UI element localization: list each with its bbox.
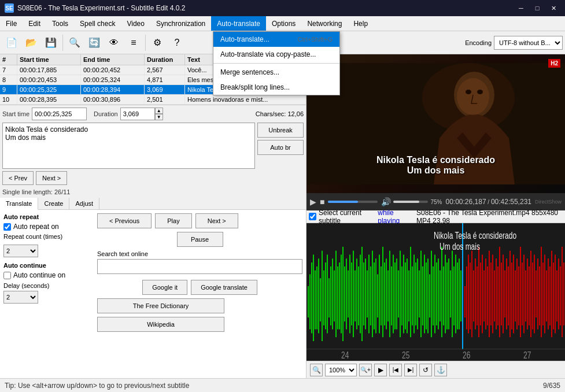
save-button[interactable]: 💾 bbox=[42, 34, 60, 52]
close-button[interactable]: ✕ bbox=[546, 2, 560, 14]
tab-adjust[interactable]: Adjust bbox=[69, 198, 99, 209]
next-button[interactable]: Next > bbox=[36, 171, 67, 185]
spinner-buttons: ▲ ▼ bbox=[155, 108, 163, 120]
select-subtitle-label: Select current subtitle bbox=[319, 209, 374, 225]
dropdown-item-autotranslate[interactable]: Auto-translate... Ctrl+Shift+G bbox=[213, 32, 339, 47]
dropdown-label: Merge sentences... bbox=[220, 68, 279, 76]
volume-area: 🔊 75% bbox=[381, 197, 442, 206]
svg-rect-30 bbox=[339, 262, 340, 330]
menu-autotranslate[interactable]: Auto-translate bbox=[211, 16, 266, 31]
find-button[interactable]: 🔍 bbox=[65, 34, 84, 52]
dropdown-item-autotranslate-paste[interactable]: Auto-translate via copy-paste... bbox=[213, 47, 339, 62]
unbreak-button[interactable]: Unbreak bbox=[257, 123, 304, 138]
svg-rect-17 bbox=[316, 267, 317, 330]
encoding-select[interactable]: UTF-8 without B... bbox=[494, 36, 563, 50]
waveform-loop-button[interactable]: ↺ bbox=[419, 364, 432, 376]
waveform-area[interactable]: 24 25 26 27 bbox=[306, 223, 565, 361]
svg-rect-146 bbox=[541, 247, 542, 337]
google-translate-button[interactable]: Google translate bbox=[191, 280, 257, 295]
cell-start: 00:00:17,885 bbox=[17, 65, 81, 75]
subtitle-select-bar: Select current subtitle while playing S0… bbox=[306, 210, 565, 223]
menu-help[interactable]: Help bbox=[348, 16, 374, 31]
view-button[interactable]: 👁 bbox=[105, 34, 123, 52]
google-it-button[interactable]: Google it bbox=[142, 280, 187, 295]
waveform-play-button[interactable]: ▶ bbox=[374, 364, 387, 376]
translate-next-button[interactable]: Next > bbox=[195, 213, 238, 228]
menu-networking[interactable]: Networking bbox=[301, 16, 348, 31]
waveform-prev-frame[interactable]: |◀ bbox=[389, 364, 402, 376]
start-time-input[interactable] bbox=[32, 108, 87, 120]
help-button[interactable]: ? bbox=[168, 34, 186, 52]
auto-continue-title: Auto continue bbox=[3, 262, 90, 269]
auto-repeat-checkbox[interactable] bbox=[3, 223, 11, 231]
svg-rect-22 bbox=[325, 262, 326, 330]
duration-input[interactable] bbox=[120, 108, 155, 120]
menu-tools[interactable]: Tools bbox=[46, 16, 74, 31]
menu-edit[interactable]: Edit bbox=[23, 16, 46, 31]
tab-create[interactable]: Create bbox=[38, 198, 69, 209]
svg-rect-44 bbox=[363, 262, 364, 326]
wikipedia-button[interactable]: Wikipedia bbox=[97, 317, 224, 332]
video-progress-bar[interactable] bbox=[328, 201, 378, 203]
menu-spellcheck[interactable]: Spell check bbox=[74, 16, 121, 31]
duration-up[interactable]: ▲ bbox=[155, 108, 163, 114]
delay-select[interactable]: 213 bbox=[3, 291, 38, 304]
volume-slider[interactable] bbox=[393, 201, 428, 203]
video-play-button[interactable]: ▶ bbox=[310, 197, 316, 206]
text-editor[interactable]: Nikola Tesla é considerado Um dos mais bbox=[2, 123, 255, 169]
repeat-count-select[interactable]: 21345 bbox=[3, 245, 38, 257]
svg-point-4 bbox=[466, 90, 471, 94]
pause-button[interactable]: Pause bbox=[177, 232, 223, 247]
tab-translate[interactable]: Translate bbox=[0, 198, 38, 210]
svg-rect-51 bbox=[375, 258, 376, 333]
menu-video[interactable]: Video bbox=[121, 16, 150, 31]
svg-rect-156 bbox=[558, 258, 559, 329]
prev-button[interactable]: < Prev bbox=[2, 171, 34, 185]
zoom-out-button[interactable]: 🔍 bbox=[310, 364, 323, 376]
auto-continue-checkbox[interactable] bbox=[3, 272, 11, 279]
svg-rect-155 bbox=[556, 271, 557, 321]
new-button[interactable]: 📄 bbox=[2, 34, 21, 52]
svg-rect-19 bbox=[320, 278, 321, 321]
menu-file[interactable]: File bbox=[0, 16, 23, 31]
zoom-in-button[interactable]: 🔍+ bbox=[359, 364, 372, 376]
svg-rect-109 bbox=[477, 267, 478, 326]
svg-rect-142 bbox=[534, 254, 535, 333]
svg-rect-47 bbox=[368, 254, 370, 333]
menu-options[interactable]: Options bbox=[266, 16, 301, 31]
search-input[interactable] bbox=[97, 259, 302, 274]
table-row[interactable]: 10 00:00:28,395 00:00:30,896 2,501 Homen… bbox=[0, 95, 306, 105]
search-buttons-row1: Google it Google translate bbox=[97, 280, 302, 295]
svg-rect-72 bbox=[412, 267, 413, 326]
settings-button[interactable]: ⚙ bbox=[148, 34, 167, 52]
list-button[interactable]: ≡ bbox=[124, 34, 143, 52]
video-stop-button[interactable]: ■ bbox=[320, 197, 324, 206]
cell-id: 8 bbox=[0, 75, 17, 84]
dropdown-item-merge[interactable]: Merge sentences... bbox=[213, 65, 339, 80]
duration-down[interactable]: ▼ bbox=[155, 114, 163, 120]
select-subtitle-checkbox[interactable] bbox=[309, 213, 316, 220]
open-button[interactable]: 📂 bbox=[22, 34, 40, 52]
dropdown-item-break[interactable]: Break/split long lines... bbox=[213, 80, 339, 95]
translate-nav: < Previous Play Next > bbox=[97, 213, 302, 228]
waveform-anchor-button[interactable]: ⚓ bbox=[434, 364, 447, 376]
svg-rect-153 bbox=[553, 262, 554, 330]
svg-rect-96 bbox=[453, 267, 455, 326]
minimize-button[interactable]: ─ bbox=[514, 2, 528, 14]
zoom-select[interactable]: 100%50%200% bbox=[325, 364, 357, 376]
svg-rect-50 bbox=[374, 262, 375, 330]
svg-rect-115 bbox=[487, 267, 488, 326]
svg-rect-105 bbox=[470, 262, 471, 330]
menu-synchronization[interactable]: Synchronization bbox=[150, 16, 211, 31]
maximize-button[interactable]: □ bbox=[530, 2, 544, 14]
cell-end: 00:00:25,324 bbox=[81, 75, 145, 84]
svg-text:24: 24 bbox=[341, 350, 349, 360]
auto-br-button[interactable]: Auto br bbox=[257, 140, 304, 155]
waveform-next-frame[interactable]: ▶| bbox=[404, 364, 417, 376]
play-button[interactable]: Play bbox=[155, 213, 191, 228]
refresh-button[interactable]: 🔄 bbox=[85, 34, 104, 52]
previous-button[interactable]: < Previous bbox=[97, 213, 152, 228]
svg-rect-104 bbox=[468, 254, 469, 333]
free-dictionary-button[interactable]: The Free Dictionary bbox=[97, 298, 224, 313]
svg-rect-125 bbox=[504, 271, 505, 318]
